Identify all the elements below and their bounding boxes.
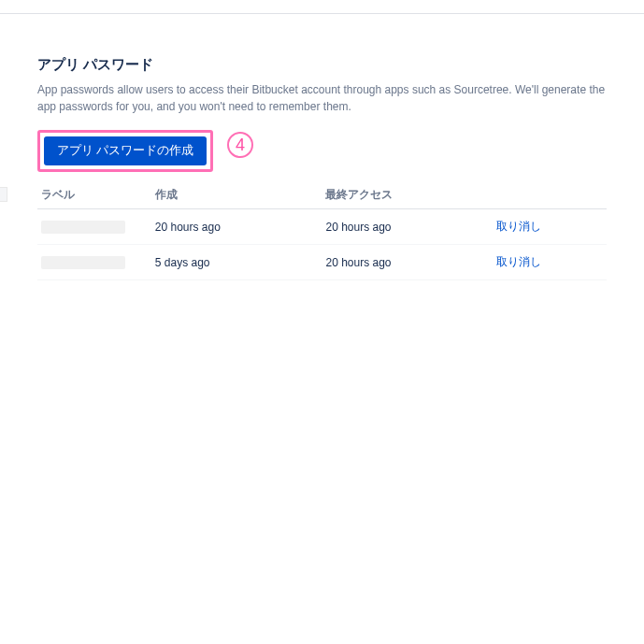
main-content: アプリ パスワード App passwords allow users to a… xyxy=(0,0,644,280)
cell-label xyxy=(37,209,151,245)
page-title: アプリ パスワード xyxy=(37,56,607,74)
cell-created: 5 days ago xyxy=(151,245,322,280)
top-divider xyxy=(0,13,644,14)
cell-created: 20 hours ago xyxy=(151,209,322,245)
cell-last-access: 20 hours ago xyxy=(322,245,493,280)
left-edge-artifact xyxy=(0,187,7,202)
header-label: ラベル xyxy=(37,181,151,209)
step-annotation: 4 xyxy=(227,132,253,158)
label-placeholder xyxy=(41,256,125,269)
revoke-link[interactable]: 取り消し xyxy=(496,255,541,268)
cell-action: 取り消し xyxy=(493,209,607,245)
label-placeholder xyxy=(41,221,125,234)
header-last-access: 最終アクセス xyxy=(322,181,493,209)
cell-label xyxy=(37,245,151,280)
header-created: 作成 xyxy=(151,181,322,209)
table-row: 5 days ago 20 hours ago 取り消し xyxy=(37,245,607,280)
table-row: 20 hours ago 20 hours ago 取り消し xyxy=(37,209,607,245)
page-description: App passwords allow users to access thei… xyxy=(37,81,607,115)
create-app-password-button[interactable]: アプリ パスワードの作成 xyxy=(44,136,207,165)
header-action xyxy=(493,181,607,209)
create-button-highlight: アプリ パスワードの作成 xyxy=(37,130,213,172)
cell-last-access: 20 hours ago xyxy=(322,209,493,245)
cell-action: 取り消し xyxy=(493,245,607,280)
revoke-link[interactable]: 取り消し xyxy=(496,220,541,233)
app-passwords-table: ラベル 作成 最終アクセス 20 hours ago 20 hours ago … xyxy=(37,181,607,280)
table-header-row: ラベル 作成 最終アクセス xyxy=(37,181,607,209)
